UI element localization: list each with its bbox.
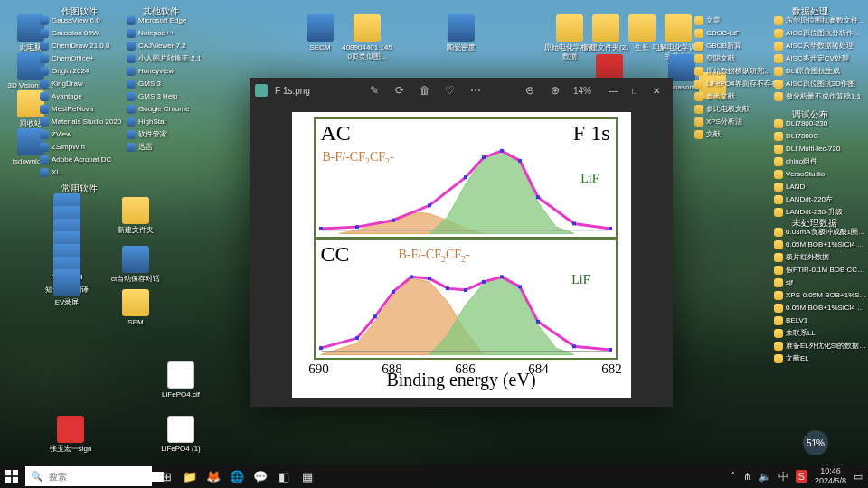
desktop-icon[interactable]: AISC多步定CV处理 (774, 52, 868, 65)
desktop-icon[interactable]: LiFePO4 (1) (154, 416, 208, 454)
desktop-icon[interactable]: 东华原位图抗参数文件生成器 (774, 14, 868, 27)
more-icon[interactable]: ⋯ (468, 84, 483, 97)
desktop-icon[interactable]: DLI7800C (774, 130, 868, 143)
firefox-icon[interactable]: 🦊 (203, 465, 224, 487)
desktop-icon[interactable]: Adobe Acrobat DC (40, 154, 127, 166)
photos-title: F 1s.png (275, 86, 356, 96)
wechat-icon[interactable]: 💬 (250, 465, 271, 487)
sogou-icon[interactable]: S (796, 470, 807, 483)
desktop-icon[interactable]: LiFePO4.cif (154, 361, 208, 399)
desktop-icon[interactable]: ChemDraw 21.0.0 (40, 40, 127, 52)
close-button[interactable]: ✕ (646, 81, 667, 99)
edit-icon[interactable]: ✎ (367, 84, 382, 97)
desktop-icon[interactable]: Microsoft Edge (127, 14, 213, 27)
desktop-icon[interactable]: DLI原位图抗生成 (774, 65, 868, 78)
desktop-icon[interactable]: LANDdt-220左 (774, 193, 868, 206)
volume-icon[interactable]: 🔈 (759, 471, 771, 483)
desktop-icon[interactable]: BELV1 (774, 314, 868, 327)
desktop-icon[interactable]: 做分析量不成作算稳1.1 (774, 90, 868, 103)
desktop-icon[interactable]: sjf (774, 277, 868, 289)
desktop-icon[interactable]: GaussView 6.0 (40, 14, 127, 27)
search-input[interactable] (49, 472, 164, 482)
desktop-icon[interactable]: 新建文件夹 (108, 197, 163, 235)
desktop-icon[interactable]: Honeyview (127, 65, 213, 78)
desktop-icon[interactable]: ZView (40, 128, 127, 141)
desktop-icon[interactable]: Materials Studio 2020 (40, 116, 127, 128)
perf-widget[interactable]: 51% (803, 430, 828, 455)
desktop-icon[interactable]: 参比电极文献 (694, 103, 788, 116)
desktop-icon[interactable]: SEM (108, 289, 163, 327)
zoom-out-icon[interactable]: ⊖ (523, 84, 537, 97)
desktop-icon[interactable]: 极片红外数据 (774, 251, 868, 264)
maximize-button[interactable]: □ (624, 81, 646, 99)
desktop-icon[interactable]: VersoStudio (774, 168, 868, 181)
panel-label-cc: CC (321, 242, 350, 267)
desktop-icon[interactable]: 张玉宏一sign (43, 416, 98, 454)
desktop-icon[interactable]: KingDraw (40, 78, 127, 90)
explorer-icon[interactable]: 📁 (179, 465, 201, 487)
desktop-icon[interactable]: 未联系LL (774, 327, 868, 340)
edge-icon[interactable]: 🌐 (226, 465, 248, 487)
photos-titlebar[interactable]: F 1s.png ✎ ⟳ 🗑 ♡ ⋯ ⊖ ⊕ 14% — □ ✕ (250, 78, 673, 103)
desktop-icon[interactable]: AISC原位图抗分析作图 v3.1 (774, 27, 868, 40)
photos-window: F 1s.png ✎ ⟳ 🗑 ♡ ⋯ ⊖ ⊕ 14% — □ ✕ AC F 1s (250, 78, 673, 407)
desktop-icon[interactable]: chino组件 (774, 155, 868, 168)
desktop-icon[interactable]: AISC东华数据转处理 (774, 40, 868, 52)
zoom-in-icon[interactable]: ⊕ (548, 84, 562, 97)
desktop-icon[interactable]: MestReNova (40, 103, 127, 116)
desktop-icon[interactable]: GMS 3 (127, 78, 213, 90)
desktop-icon[interactable]: LANDdt-230-升级 (774, 206, 868, 219)
desktop-icon[interactable]: HighStat (127, 116, 213, 128)
desktop-icon[interactable]: 0.05M BOB+1%SiCl4 不同放... (774, 302, 868, 314)
desktop-icon[interactable]: Gaussian 09W (40, 27, 127, 40)
desktop-icon[interactable]: EV录屏 (40, 269, 94, 307)
desktop-icon[interactable]: 假FTIR-0.1M BOB CC至0.0... (774, 264, 868, 277)
desktop-icon[interactable]: 0.03mA负极冲成酸1圈+0.3m... (774, 226, 868, 239)
svg-rect-19 (445, 286, 448, 290)
desktop-icon[interactable]: 迅雷 (127, 141, 213, 154)
desktop-icon[interactable]: 0.05M BOB+1%SiCl4 AC淡前... (774, 239, 868, 251)
desktop-icon[interactable]: Notepad++ (127, 27, 213, 40)
desktop-icon[interactable]: GMS 3 Help (127, 90, 213, 103)
taskbar: 🔍 ⊞📁🦊🌐💬◧▦ ˄ ⋔ 🔈 中 S 10:46 2024/5/8 ▭ (0, 465, 868, 488)
desktop-icon[interactable]: 准备EL外优化SI的数据-重比... (774, 340, 868, 352)
desktop-icon[interactable]: ct自动保存对话 (108, 246, 163, 284)
desktop-icon[interactable]: AISC原位图抗3D作图 (774, 78, 868, 90)
taskbar-pinned: ⊞📁🦊🌐💬◧▦ (156, 465, 318, 487)
tray-overflow-icon[interactable]: ˄ (731, 471, 736, 483)
desktop-icon[interactable]: 小人图片转换王 2.1 (127, 52, 213, 65)
svg-rect-25 (572, 344, 576, 348)
desktop-icon[interactable]: DLI7800-230 (774, 117, 868, 130)
svg-rect-5 (464, 175, 467, 179)
desktop-icon[interactable]: CAJViewer 7.2 (127, 40, 213, 52)
desktop-icon[interactable]: ChemOffice+ (40, 52, 127, 65)
search-box[interactable]: 🔍 (25, 466, 152, 486)
desktop-icon[interactable]: LAND (774, 181, 868, 193)
start-button[interactable] (0, 465, 24, 488)
desktop-icon[interactable]: 文献EL (774, 352, 868, 365)
desktop-icon[interactable]: SECM (293, 14, 347, 52)
app2-icon[interactable]: ▦ (297, 465, 318, 487)
svg-rect-14 (354, 336, 358, 340)
desktop-icon[interactable]: XPS-0.05M BOB+1%SiCl4... (774, 289, 868, 302)
desktop-icon[interactable]: XI... (40, 166, 127, 179)
clock[interactable]: 10:46 2024/5/8 (815, 466, 846, 486)
desktop-icon[interactable]: 408904401 1450页类似图... (340, 14, 394, 61)
favorite-icon[interactable]: ♡ (443, 84, 458, 97)
minimize-button[interactable]: — (602, 81, 624, 99)
notifications-icon[interactable]: ▭ (854, 471, 863, 483)
desktop-icon[interactable]: 陶瓷密度 (434, 14, 488, 52)
desktop-icon[interactable]: ZSimpWin (40, 141, 127, 154)
desktop-icon[interactable]: Google Chrome (127, 103, 213, 116)
ime-icon[interactable]: 中 (778, 470, 788, 483)
desktop-icon[interactable]: Origin 2024 (40, 65, 127, 78)
rotate-icon[interactable]: ⟳ (392, 84, 407, 97)
desktop-icon[interactable]: DLI Multi-lec-720 (774, 143, 868, 155)
network-icon[interactable]: ⋔ (743, 471, 751, 483)
desktop-icon[interactable]: 软件管家 (127, 128, 213, 141)
task-view-icon[interactable]: ⊞ (156, 465, 177, 487)
svg-rect-30 (13, 477, 18, 483)
app1-icon[interactable]: ◧ (273, 465, 295, 487)
desktop-icon[interactable]: Avantage (40, 90, 127, 103)
delete-icon[interactable]: 🗑 (418, 84, 432, 97)
